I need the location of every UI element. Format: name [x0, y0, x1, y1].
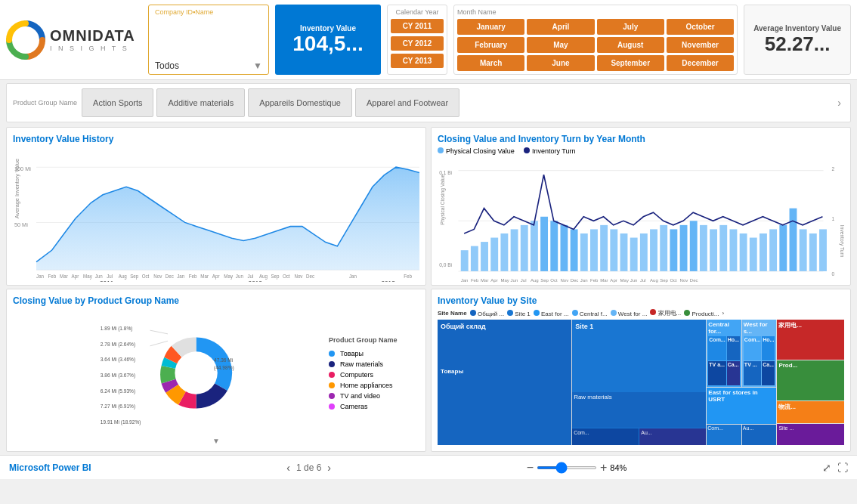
- svg-text:19.91 Mi (18.92%): 19.91 Mi (18.92%): [101, 419, 141, 425]
- month-september[interactable]: September: [597, 55, 664, 71]
- svg-text:2: 2: [832, 166, 835, 172]
- legend-label: Raw materials: [340, 360, 383, 368]
- month-november[interactable]: November: [667, 37, 734, 53]
- legend-item-tovary: Товары: [329, 350, 419, 357]
- legend-label: Home appliances: [340, 382, 393, 389]
- svg-text:Apr: Apr: [610, 278, 617, 283]
- svg-text:Jul: Jul: [521, 278, 527, 283]
- month-july[interactable]: July: [597, 19, 664, 35]
- treemap-central[interactable]: Central for... Com... Ho... TV a... Ca..…: [707, 320, 741, 387]
- svg-text:0: 0: [832, 271, 835, 276]
- treemap-east[interactable]: East for stores in USRT: [707, 388, 776, 424]
- legend-item-raw: Raw materials: [329, 360, 419, 368]
- pg-tab-appareils[interactable]: Appareils Domestique: [248, 88, 352, 117]
- bottom-charts-row: Closing Value by Product Group Name 1.89…: [0, 289, 857, 455]
- treemap-site[interactable]: Site ...: [777, 424, 844, 446]
- treemap-west[interactable]: West for s... Com... Ho... TV ... Ca...: [742, 320, 777, 387]
- treemap-com: Com...: [707, 425, 741, 445]
- treemap-jiayong[interactable]: 家用电...: [777, 320, 844, 360]
- calendar-year-2012[interactable]: CY 2012: [391, 36, 444, 51]
- next-page-button[interactable]: ›: [327, 462, 331, 474]
- powerbi-brand-link[interactable]: Microsoft Power BI: [9, 462, 91, 473]
- svg-text:2012: 2012: [249, 280, 263, 282]
- site-legend-more[interactable]: ›: [722, 310, 725, 317]
- month-april[interactable]: April: [527, 19, 594, 35]
- svg-text:Aug: Aug: [531, 278, 539, 283]
- calendar-year-2011[interactable]: CY 2011: [391, 19, 444, 33]
- chart1-svg-area: 100 Mi 50 Mi Average Inventory Value: [13, 147, 419, 282]
- company-filter[interactable]: Company ID▪Name Todos ▼: [148, 5, 269, 75]
- svg-text:Jul: Jul: [640, 278, 646, 283]
- zoom-slider[interactable]: [537, 466, 597, 469]
- svg-text:Jan: Jan: [580, 278, 588, 283]
- svg-text:Jun: Jun: [630, 278, 638, 283]
- prev-page-button[interactable]: ‹: [286, 462, 290, 474]
- month-june[interactable]: June: [527, 55, 594, 71]
- legend-inventory-turn: Inventory Turn: [532, 147, 576, 155]
- svg-text:Dec: Dec: [166, 274, 174, 279]
- inventory-value-number: 104,5...: [292, 32, 363, 56]
- site-legend-producti: Producti...: [684, 310, 719, 317]
- svg-text:Nov: Nov: [153, 274, 162, 279]
- svg-line-119: [150, 341, 168, 346]
- month-august[interactable]: August: [597, 37, 664, 53]
- chart3-expand-icon[interactable]: ▼: [13, 437, 419, 445]
- inventory-by-site-chart: Inventory Value by Site Site Name Общий …: [431, 289, 851, 452]
- svg-rect-66: [650, 229, 657, 271]
- zoom-out-button[interactable]: −: [527, 461, 534, 475]
- treemap-cell-general[interactable]: Общий склад Товары: [438, 320, 571, 445]
- svg-text:3.64 Mi (3.46%): 3.64 Mi (3.46%): [101, 357, 135, 363]
- svg-text:Oct: Oct: [283, 274, 290, 279]
- month-october[interactable]: October: [667, 19, 734, 35]
- product-group-filter: Product Group Name Action Sports Additiv…: [6, 83, 851, 122]
- treemap-prod[interactable]: Prod...: [777, 360, 844, 400]
- month-may[interactable]: May: [527, 37, 594, 53]
- product-group-arrow-icon[interactable]: ›: [834, 94, 844, 112]
- treemap-right-col: 家用电... Prod... 物流... Site ...: [777, 320, 844, 445]
- svg-rect-49: [481, 242, 488, 271]
- calendar-year-2013[interactable]: CY 2013: [391, 54, 444, 68]
- svg-text:Mar: Mar: [60, 274, 68, 279]
- legend-title: Product Group Name: [329, 336, 419, 344]
- svg-text:2013: 2013: [381, 280, 395, 282]
- treemap-site1-main: Site 1: [572, 320, 706, 391]
- svg-text:Nov: Nov: [680, 278, 689, 283]
- svg-text:3.86 Mi (3.67%): 3.86 Mi (3.67%): [101, 373, 135, 379]
- svg-text:Oct: Oct: [142, 274, 150, 279]
- treemap-body: Общий склад Товары Site 1 Raw materials …: [438, 320, 844, 445]
- zoom-in-button[interactable]: +: [600, 461, 607, 475]
- svg-text:2.78 Mi (2.64%): 2.78 Mi (2.64%): [101, 342, 135, 348]
- avg-inventory-card: Average Inventory Value 52.27...: [744, 5, 851, 75]
- svg-text:May: May: [224, 274, 234, 279]
- west-products: Com... Ho... TV ... Ca...: [744, 336, 775, 385]
- svg-rect-75: [740, 233, 747, 271]
- svg-rect-63: [620, 233, 628, 271]
- svg-text:2011: 2011: [531, 283, 543, 286]
- treemap-cell-site1[interactable]: Site 1 Raw materials Com... Au...: [572, 320, 706, 445]
- central-label: Central for...: [708, 321, 740, 335]
- svg-text:2011: 2011: [100, 280, 114, 282]
- svg-rect-68: [670, 229, 677, 271]
- svg-text:Jul: Jul: [247, 274, 253, 279]
- share-icon[interactable]: ⤢: [822, 462, 831, 474]
- central-ca: Ca...: [727, 361, 740, 385]
- chart2-legend: Physical Closing Value Inventory Turn: [438, 147, 844, 155]
- pg-tab-additive[interactable]: Additive materials: [156, 88, 245, 117]
- zoom-controls: − + 84%: [527, 461, 627, 475]
- month-january[interactable]: January: [457, 19, 524, 35]
- fullscreen-icon[interactable]: ⛶: [837, 462, 848, 474]
- pg-tab-action-sports[interactable]: Action Sports: [82, 88, 153, 117]
- svg-rect-74: [729, 229, 737, 271]
- month-december[interactable]: December: [667, 55, 734, 71]
- month-february[interactable]: February: [457, 37, 524, 53]
- svg-rect-61: [600, 225, 608, 271]
- svg-rect-76: [750, 238, 757, 271]
- svg-text:Jun: Jun: [236, 274, 244, 279]
- avg-inventory-value: 52.27...: [765, 32, 831, 56]
- treemap-wuliu[interactable]: 物流...: [777, 401, 844, 423]
- pg-tab-apparel[interactable]: Apparel and Footwear: [355, 88, 459, 117]
- page-indicator: 1 de 6: [296, 462, 321, 473]
- month-march[interactable]: March: [457, 55, 524, 71]
- svg-rect-65: [640, 233, 648, 271]
- svg-text:Dec: Dec: [306, 274, 314, 279]
